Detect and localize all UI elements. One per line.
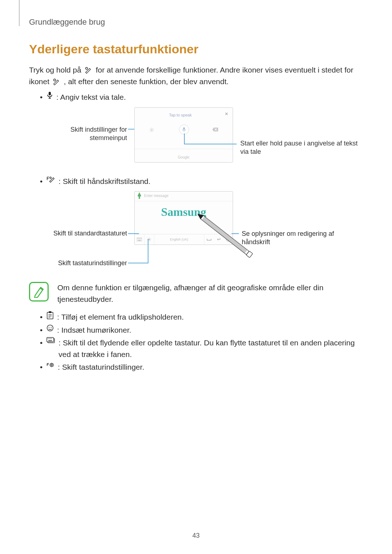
bullet-dot: • xyxy=(40,91,42,103)
bullet-voice-text: : Angiv tekst via tale. xyxy=(56,91,126,103)
svg-rect-32 xyxy=(50,338,51,339)
svg-rect-9 xyxy=(139,238,139,239)
svg-rect-11 xyxy=(141,238,141,239)
smiley-icon xyxy=(46,324,54,332)
microphone-icon xyxy=(46,91,53,99)
figure-handwriting-input: Enter message Samsung English (UK) ? xyxy=(40,188,374,272)
svg-rect-2 xyxy=(49,92,51,95)
callout-line xyxy=(184,134,185,144)
svg-rect-24 xyxy=(49,311,52,313)
gear-icon xyxy=(149,127,154,132)
bullet-dot: • xyxy=(40,324,42,336)
svg-rect-8 xyxy=(138,238,138,239)
bullet-handwriting-text: : Skift til håndskriftstilstand. xyxy=(58,176,150,187)
figure-voice-input: Skift indstillinger for stemmeinput Tap … xyxy=(40,107,374,173)
fig2-callout-left2: Skift tastaturindstillinger xyxy=(40,259,127,267)
mic-button-icon xyxy=(179,124,189,135)
bullet-dot: • xyxy=(40,176,42,187)
svg-rect-29 xyxy=(47,337,54,342)
svg-point-35 xyxy=(50,364,53,366)
tap-to-speak-label: Tap to speak xyxy=(135,113,226,117)
bullet-keyboard-settings: • : Skift tastaturindstillinger. xyxy=(40,361,363,373)
svg-point-3 xyxy=(151,129,152,131)
svg-rect-4 xyxy=(183,127,185,130)
bullet-floating-keyboard: • : Skift til det flydende eller opdelte… xyxy=(40,337,363,360)
pen-with-gear-icon xyxy=(85,66,93,74)
svg-rect-30 xyxy=(48,338,49,339)
callout-line xyxy=(148,239,148,263)
bullet-dot: • xyxy=(40,311,42,323)
fig2-callout-left1: Skift til standardtastaturet xyxy=(40,230,127,237)
intro-part1: Tryk og hold på xyxy=(29,66,83,74)
svg-rect-33 xyxy=(52,338,52,339)
keyboard-gear-icon xyxy=(46,361,54,369)
svg-point-36 xyxy=(51,364,52,365)
bullet-voice: • : Angiv tekst via tale. xyxy=(40,91,363,103)
bullet-floating-keyboard-text: : Skift til det flydende eller opdelte t… xyxy=(58,337,363,360)
bullet-clipboard-text: : Tilføj et element fra udklipsholderen. xyxy=(57,311,184,323)
page-number: 43 xyxy=(0,532,392,539)
svg-rect-10 xyxy=(140,238,140,239)
pen-icon xyxy=(137,192,142,199)
svg-point-13 xyxy=(149,239,150,240)
floating-keyboard-icon xyxy=(46,337,55,344)
svg-point-5 xyxy=(50,177,51,178)
enter-message-hint: Enter message xyxy=(144,194,168,198)
handwriting-toolbar: English (UK) ? xyxy=(135,234,233,245)
intro-paragraph: Tryk og hold på for at anvende forskelli… xyxy=(29,64,363,87)
note-text: Om denne funktion er tilgængelig, afhæng… xyxy=(57,282,363,305)
bullet-keyboard-settings-text: : Skift tastaturindstillinger. xyxy=(58,361,144,373)
svg-rect-34 xyxy=(49,340,52,341)
google-label: Google xyxy=(135,155,233,159)
intro-part3: , alt efter den seneste funktion, der bl… xyxy=(64,77,229,86)
svg-rect-7 xyxy=(137,238,142,241)
svg-point-26 xyxy=(49,327,49,328)
section-title: Yderligere tastaturfunktioner xyxy=(29,42,363,56)
svg-rect-12 xyxy=(138,240,141,240)
keyboard-icon xyxy=(135,234,144,245)
svg-rect-6 xyxy=(139,197,140,199)
handwriting-sample: Samsung xyxy=(135,205,233,219)
svg-rect-31 xyxy=(49,338,50,339)
handwriting-mode-icon xyxy=(46,176,55,183)
gear-icon xyxy=(144,234,154,245)
bullet-dot: • xyxy=(40,337,42,349)
handwriting-panel: Enter message Samsung English (UK) ? xyxy=(134,191,233,245)
callout-line xyxy=(128,263,148,263)
bullet-dot: • xyxy=(40,361,42,373)
note-icon xyxy=(29,282,49,301)
pen-with-gear-icon xyxy=(53,78,61,86)
fig2-callout-right: Se oplysninger om redigering af håndskri… xyxy=(242,230,362,247)
clipboard-icon xyxy=(46,311,54,319)
running-head: Grundlæggende brug xyxy=(29,17,363,27)
input-bar: Enter message xyxy=(135,192,233,201)
delete-icon xyxy=(212,127,218,132)
callout-line xyxy=(128,233,139,234)
bullet-emoji-text: : Indsæt humørikoner. xyxy=(57,324,131,336)
header-rule xyxy=(19,0,20,26)
svg-rect-23 xyxy=(47,312,53,319)
voice-input-panel: Tap to speak ✕ Google xyxy=(134,107,233,163)
fig1-callout-left: Skift indstillinger for stemmeinput xyxy=(40,126,127,143)
callout-line xyxy=(232,233,239,234)
svg-point-27 xyxy=(51,327,52,328)
bullet-handwriting: • : Skift til håndskriftstilstand. xyxy=(40,176,363,187)
space-icon xyxy=(204,234,214,245)
fig1-callout-right: Start eller hold pause i angivelse af te… xyxy=(240,139,367,156)
close-icon: ✕ xyxy=(225,111,228,116)
bullet-clipboard: • : Tilføj et element fra udklipsholdere… xyxy=(40,311,363,323)
language-label: English (UK) xyxy=(154,238,204,241)
note-block: Om denne funktion er tilgængelig, afhæng… xyxy=(29,282,363,305)
svg-point-25 xyxy=(47,325,53,331)
divider xyxy=(135,149,233,149)
callout-line xyxy=(184,144,237,144)
bullet-emoji: • : Indsæt humørikoner. xyxy=(40,324,363,336)
